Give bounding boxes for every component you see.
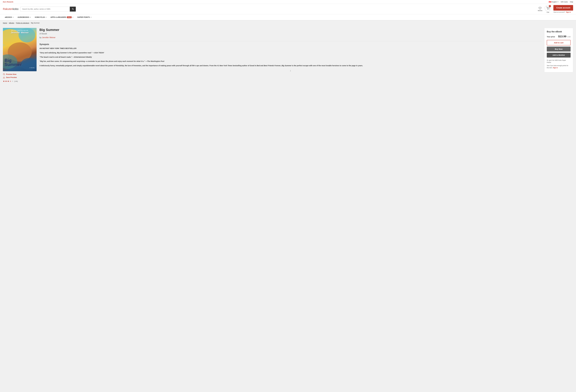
buy-title: Buy the eBook — [547, 30, 571, 33]
wishlist-label: Wishlist — [538, 10, 543, 11]
svg-point-1 — [549, 9, 549, 9]
language-label: English — [552, 1, 557, 3]
nav-superpoints[interactable]: SUPER POINTS ▼ — [75, 14, 93, 20]
book-author-line: by Jennifer Weiner — [39, 36, 541, 39]
breadcrumb-category[interactable]: Fiction & Literature — [16, 22, 29, 24]
synopsis-quote1: “Sexy and satisfying, Big Summer is the … — [39, 51, 541, 54]
synopsis-quote2: “The beach read to end all beach reads.”… — [39, 56, 541, 59]
gift-cards-link[interactable]: Gift Cards — [561, 1, 568, 3]
nav-ebooks[interactable]: eBOOKS ▼ — [3, 14, 16, 20]
cover-nyt-label: New York Times BESTSELLER — [4, 30, 35, 31]
cart-badge: 1 — [549, 5, 551, 7]
svg-point-7 — [3, 73, 4, 75]
sign-in-area: Have an account? Sign in — [553, 11, 573, 13]
chevron-down-icon: ▼ — [30, 17, 31, 18]
cover-title: Big Summer — [4, 59, 35, 67]
help-link[interactable]: Help — [570, 1, 573, 3]
book-cover-inner: New York Times BESTSELLER Jennifer Weine… — [3, 28, 37, 71]
save-preview-button[interactable]: Save Preview — [3, 76, 37, 78]
synopsis-body: A deliciously funny, remarkably poignant… — [39, 64, 541, 67]
breadcrumb-home[interactable]: Home — [3, 22, 7, 24]
cart-circle: 1 — [545, 5, 551, 11]
breadcrumb: Home / eBooks / Fiction & Literature / B… — [0, 20, 576, 26]
rating-count: (146) — [14, 80, 18, 82]
cover-novel: A NOVEL — [4, 67, 35, 68]
cart-label: Cart — [547, 12, 549, 13]
search-circle-icon — [3, 73, 5, 75]
chevron-down-icon: ▼ — [72, 17, 73, 18]
book-info: Big Summer A Novel by Jennifer Weiner Sy… — [39, 28, 541, 83]
search-button[interactable] — [70, 7, 76, 12]
scroll-down-arrow[interactable]: ↓ — [39, 69, 541, 72]
cover-author: Jennifer Weiner — [4, 31, 35, 34]
wishlist-button[interactable]: Wishlist — [538, 7, 543, 11]
cart-icon — [546, 7, 549, 10]
heart-icon — [539, 7, 542, 10]
points-sign-in-link[interactable]: Sign in — [553, 67, 558, 69]
nav-bar: eBOOKS ▼ AUDIOBOOKS ▼ KOBO PLUS ▼ APPS &… — [0, 14, 576, 20]
nav-audiobooks[interactable]: AUDIOBOOKS ▼ — [16, 14, 33, 20]
cover-text-area: New York Times BESTSELLER Jennifer Weine… — [3, 30, 37, 34]
star-5: ★ — [12, 80, 13, 83]
create-account-button[interactable]: Create account — [553, 5, 573, 11]
canada-flag: 🇨🇦 — [549, 1, 551, 3]
sign-in-link[interactable]: Sign in — [566, 11, 571, 13]
book-subtitle: A Novel — [39, 32, 541, 35]
synopsis-quote3: “Big fun, and then some. It’s empowering… — [39, 60, 541, 63]
nav-apps[interactable]: APPS & eREADERS SALE ▼ — [49, 14, 75, 20]
star-rating: ★ ★ ★ ★ ★ — [3, 80, 13, 83]
star-1: ★ — [3, 80, 5, 83]
star-4: ★ — [9, 80, 11, 83]
download-icon — [3, 76, 5, 78]
synopsis-text: AN INSTANT NEW YORK TIMES BESTSELLER “Se… — [39, 47, 541, 67]
search-icon — [72, 8, 74, 10]
sale-badge: SALE — [67, 16, 72, 18]
header-actions: Wishlist 1 Cart Create account Have an a… — [538, 5, 573, 13]
see-points-text: See if you have enough points for this i… — [547, 64, 571, 69]
search-bar — [21, 7, 76, 12]
chevron-down-icon: ▼ — [12, 17, 14, 18]
star-2: ★ — [5, 80, 7, 83]
search-input[interactable] — [21, 7, 70, 12]
breadcrumb-sep-3: / — [30, 22, 30, 24]
star-3: ★ — [7, 80, 9, 83]
author-link[interactable]: Jennifer Weiner — [42, 36, 56, 38]
super-points-text: Or, get it for 6400 Kobo Super Points! — [547, 59, 571, 63]
header: Rakuten kobo Wishlist 1 Cart — [0, 4, 576, 14]
earn-rewards: Earn Rewards — [3, 1, 13, 3]
svg-point-0 — [547, 9, 547, 9]
cover-title-area: Big Summer A NOVEL — [4, 59, 35, 68]
synopsis-line1: AN INSTANT NEW YORK TIMES BESTSELLER — [39, 47, 541, 50]
main-content: New York Times BESTSELLER Jennifer Weine… — [0, 26, 576, 85]
logo[interactable]: Rakuten kobo — [3, 7, 19, 11]
nav-koboplus[interactable]: KOBO PLUS ▼ — [33, 14, 49, 20]
logo-rakuten: Rakuten — [3, 7, 13, 11]
price-value-area: $13.99 CAD — [558, 35, 571, 38]
breadcrumb-ebooks[interactable]: eBooks — [9, 22, 14, 24]
price-row: Your price $13.99 CAD — [547, 35, 571, 38]
top-bar-right: 🇨🇦 English ▼ Gift Cards Help — [549, 1, 573, 3]
preview-actions: Preview Now Save Preview — [3, 73, 37, 78]
have-account-text: Have an account? Sign in — [553, 11, 571, 13]
preview-now-button[interactable]: Preview Now — [3, 73, 37, 75]
buy-panel: Buy the eBook Your price $13.99 CAD Add … — [544, 28, 573, 72]
lang-chevron-icon: ▼ — [557, 1, 559, 2]
add-to-cart-button[interactable]: Add to cart — [547, 40, 571, 45]
left-panel: New York Times BESTSELLER Jennifer Weine… — [3, 28, 37, 83]
book-cover: New York Times BESTSELLER Jennifer Weine… — [3, 28, 37, 71]
add-to-wishlist-button[interactable]: Add to Wishlist — [547, 53, 571, 58]
buy-now-button[interactable]: Buy Now — [547, 47, 571, 52]
price-value: $13.99 — [558, 35, 566, 38]
rating-area: ★ ★ ★ ★ ★ (146) — [3, 80, 37, 83]
language-selector[interactable]: 🇨🇦 English ▼ — [549, 1, 559, 3]
synopsis-title: Synopsis — [39, 43, 541, 46]
breadcrumb-sep-2: / — [15, 22, 15, 24]
breadcrumb-current: Big Summer — [31, 22, 40, 24]
account-area: Create account Have an account? Sign in — [553, 5, 573, 13]
price-label: Your price — [547, 36, 555, 38]
chevron-down-icon: ▼ — [45, 17, 47, 18]
logo-kobo: kobo — [13, 7, 19, 11]
breadcrumb-sep-1: / — [8, 22, 8, 24]
cart-button[interactable]: 1 Cart — [545, 5, 551, 13]
top-bar: Earn Rewards 🇨🇦 English ▼ Gift Cards Hel… — [0, 0, 576, 4]
